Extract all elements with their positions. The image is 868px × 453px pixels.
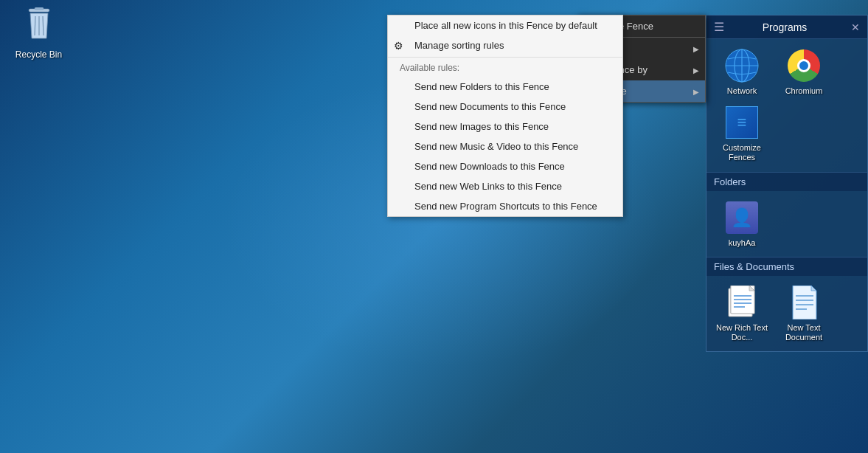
svg-marker-18 (811, 286, 816, 291)
place-new-icons-item[interactable]: Place all new icons in this Fence by def… (388, 15, 622, 35)
view-arrow-icon: ▶ (693, 44, 699, 52)
customize-fences-img: ≡ (724, 105, 760, 140)
customize-fences-symbol: ≡ (737, 113, 747, 132)
send-folders-item[interactable]: Send new Folders to this Fence (388, 77, 622, 97)
recycle-bin-svg (24, 7, 54, 46)
submenu-sep1 (388, 57, 622, 58)
fences-close-icon[interactable]: ✕ (851, 21, 860, 33)
available-rules-label: Available rules: (388, 59, 622, 77)
fences-panel-title: Programs (724, 21, 845, 33)
recycle-bin-label: Recycle Bin (15, 49, 62, 60)
kuyhaa-icon[interactable]: 👤 kuyhAa (712, 197, 771, 251)
sort-arrow-icon: ▶ (693, 66, 699, 74)
customize-fences-box: ≡ (726, 106, 758, 139)
send-program-shortcuts-item[interactable]: Send new Program Shortcuts to this Fence (388, 196, 622, 216)
programs-icons-grid: Network Chromium ≡ Customize Fences (706, 39, 867, 172)
new-text-document-img (786, 285, 822, 320)
new-text-document-label: New Text Document (777, 323, 830, 342)
manage-sorting-icon: ⚙ (394, 40, 403, 52)
kuyhaa-label: kuyhAa (729, 238, 756, 248)
chromium-icon-circle (788, 49, 820, 82)
network-icon-img (724, 48, 760, 83)
chromium-label: Chromium (785, 86, 823, 96)
recycle-bin-icon[interactable]: Recycle Bin (11, 7, 66, 60)
new-text-document-icon[interactable]: New Text Document (774, 282, 833, 345)
person-icon-box: 👤 (726, 201, 758, 234)
kuyhaa-icon-img: 👤 (724, 200, 760, 235)
folders-icons-grid: 👤 kuyhAa (706, 191, 867, 257)
customize-fences-icon[interactable]: ≡ Customize Fences (712, 102, 771, 165)
svg-rect-1 (35, 7, 44, 10)
person-symbol: 👤 (731, 207, 753, 228)
chromium-inner-circle (797, 59, 810, 72)
send-images-item[interactable]: Send new Images to this Fence (388, 117, 622, 136)
folders-section-header: Folders (706, 172, 867, 191)
send-web-links-item[interactable]: Send new Web Links to this Fence (388, 176, 622, 196)
files-documents-section-header: Files & Documents (706, 257, 867, 276)
manage-sorting-item[interactable]: ⚙ Manage sorting rules (388, 35, 622, 55)
desktop: Recycle Bin kuyhaa-android18.eu.id ☰ Pro… (0, 0, 868, 453)
send-downloads-item[interactable]: Send new Downloads to this Fence (388, 156, 622, 176)
fences-panel: ☰ Programs ✕ Network (706, 15, 868, 352)
organize-submenu: Place all new icons in this Fence by def… (387, 15, 623, 217)
fences-menu-icon[interactable]: ☰ (714, 20, 724, 34)
network-label: Network (727, 86, 757, 96)
organize-arrow-icon: ▶ (693, 87, 699, 95)
new-rich-text-img (724, 285, 760, 320)
chromium-icon-img (786, 48, 822, 83)
customize-fences-label: Customize Fences (715, 143, 768, 162)
send-music-video-item[interactable]: Send new Music & Video to this Fence (388, 136, 622, 156)
fences-header: ☰ Programs ✕ (706, 15, 867, 39)
network-fence-icon[interactable]: Network (712, 45, 771, 99)
new-rich-text-icon[interactable]: New Rich Text Doc... (712, 282, 771, 345)
send-documents-item[interactable]: Send new Documents to this Fence (388, 97, 622, 117)
new-rich-text-label: New Rich Text Doc... (715, 323, 768, 342)
files-icons-grid: New Rich Text Doc... New Text Document (706, 276, 867, 351)
chromium-fence-icon[interactable]: Chromium (774, 45, 833, 99)
